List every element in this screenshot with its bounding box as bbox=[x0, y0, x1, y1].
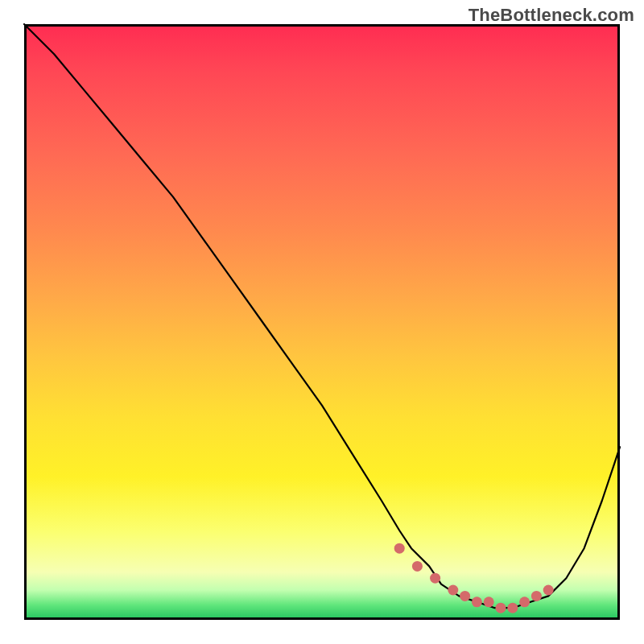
marker-dot bbox=[472, 597, 482, 607]
chart-overlay bbox=[24, 24, 620, 620]
marker-dot bbox=[394, 543, 405, 554]
marker-dot bbox=[531, 591, 542, 601]
marker-dot bbox=[430, 573, 440, 584]
chart-canvas: TheBottleneck.com bbox=[0, 0, 644, 644]
highlight-markers bbox=[394, 543, 554, 613]
watermark-text: TheBottleneck.com bbox=[469, 5, 634, 26]
bottleneck-curve bbox=[24, 24, 620, 608]
marker-dot bbox=[519, 597, 530, 607]
marker-dot bbox=[496, 603, 506, 613]
marker-dot bbox=[412, 561, 423, 572]
marker-dot bbox=[543, 585, 554, 596]
marker-dot bbox=[484, 597, 494, 607]
marker-dot bbox=[507, 603, 518, 613]
marker-dot bbox=[460, 591, 470, 601]
marker-dot bbox=[448, 585, 458, 596]
